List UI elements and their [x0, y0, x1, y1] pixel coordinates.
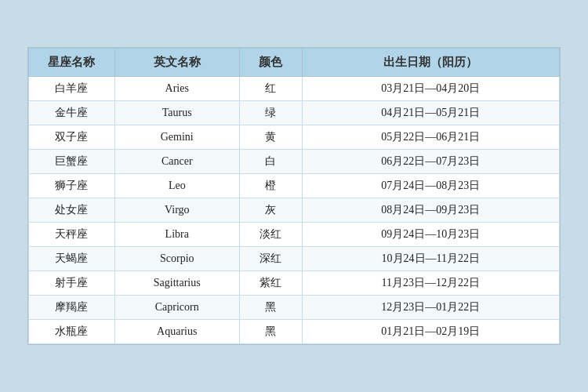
cell-chinese: 巨蟹座 [29, 150, 115, 174]
cell-color: 黑 [240, 320, 303, 344]
table-row: 天秤座Libra淡红09月24日—10月23日 [29, 223, 560, 247]
header-english: 英文名称 [114, 49, 239, 77]
table-row: 天蝎座Scorpio深红10月24日—11月22日 [29, 247, 560, 271]
zodiac-table-container: 星座名称 英文名称 颜色 出生日期（阳历） 白羊座Aries红03月21日—04… [27, 47, 561, 345]
zodiac-table: 星座名称 英文名称 颜色 出生日期（阳历） 白羊座Aries红03月21日—04… [28, 48, 560, 344]
cell-english: Virgo [114, 198, 239, 223]
cell-date: 10月24日—11月22日 [302, 247, 559, 271]
cell-english: Taurus [114, 101, 239, 125]
table-header-row: 星座名称 英文名称 颜色 出生日期（阳历） [29, 49, 560, 77]
cell-date: 11月23日—12月22日 [302, 271, 559, 296]
cell-color: 黄 [240, 125, 303, 150]
cell-chinese: 天蝎座 [29, 247, 115, 271]
cell-date: 12月23日—01月22日 [302, 296, 559, 320]
cell-english: Aries [114, 77, 239, 101]
cell-english: Capricorn [114, 296, 239, 320]
table-row: 巨蟹座Cancer白06月22日—07月23日 [29, 150, 560, 174]
cell-color: 绿 [240, 101, 303, 125]
cell-english: Cancer [114, 150, 239, 174]
table-row: 金牛座Taurus绿04月21日—05月21日 [29, 101, 560, 125]
cell-date: 04月21日—05月21日 [302, 101, 559, 125]
cell-color: 紫红 [240, 271, 303, 296]
cell-chinese: 白羊座 [29, 77, 115, 101]
table-row: 摩羯座Capricorn黑12月23日—01月22日 [29, 296, 560, 320]
cell-english: Leo [114, 174, 239, 198]
cell-english: Aquarius [114, 320, 239, 344]
cell-color: 黑 [240, 296, 303, 320]
header-chinese: 星座名称 [29, 49, 115, 77]
cell-date: 07月24日—08月23日 [302, 174, 559, 198]
cell-date: 09月24日—10月23日 [302, 223, 559, 247]
cell-color: 灰 [240, 198, 303, 223]
cell-chinese: 摩羯座 [29, 296, 115, 320]
cell-chinese: 处女座 [29, 198, 115, 223]
cell-color: 白 [240, 150, 303, 174]
header-date: 出生日期（阳历） [302, 49, 559, 77]
cell-english: Gemini [114, 125, 239, 150]
cell-chinese: 水瓶座 [29, 320, 115, 344]
cell-date: 08月24日—09月23日 [302, 198, 559, 223]
cell-color: 红 [240, 77, 303, 101]
cell-color: 橙 [240, 174, 303, 198]
table-row: 水瓶座Aquarius黑01月21日—02月19日 [29, 320, 560, 344]
cell-date: 05月22日—06月21日 [302, 125, 559, 150]
cell-chinese: 射手座 [29, 271, 115, 296]
cell-chinese: 金牛座 [29, 101, 115, 125]
cell-date: 01月21日—02月19日 [302, 320, 559, 344]
cell-english: Scorpio [114, 247, 239, 271]
table-row: 射手座Sagittarius紫红11月23日—12月22日 [29, 271, 560, 296]
cell-english: Libra [114, 223, 239, 247]
table-row: 处女座Virgo灰08月24日—09月23日 [29, 198, 560, 223]
cell-date: 03月21日—04月20日 [302, 77, 559, 101]
cell-color: 深红 [240, 247, 303, 271]
cell-chinese: 双子座 [29, 125, 115, 150]
cell-chinese: 天秤座 [29, 223, 115, 247]
header-color: 颜色 [240, 49, 303, 77]
cell-color: 淡红 [240, 223, 303, 247]
cell-chinese: 狮子座 [29, 174, 115, 198]
table-row: 狮子座Leo橙07月24日—08月23日 [29, 174, 560, 198]
cell-english: Sagittarius [114, 271, 239, 296]
table-row: 白羊座Aries红03月21日—04月20日 [29, 77, 560, 101]
cell-date: 06月22日—07月23日 [302, 150, 559, 174]
table-row: 双子座Gemini黄05月22日—06月21日 [29, 125, 560, 150]
